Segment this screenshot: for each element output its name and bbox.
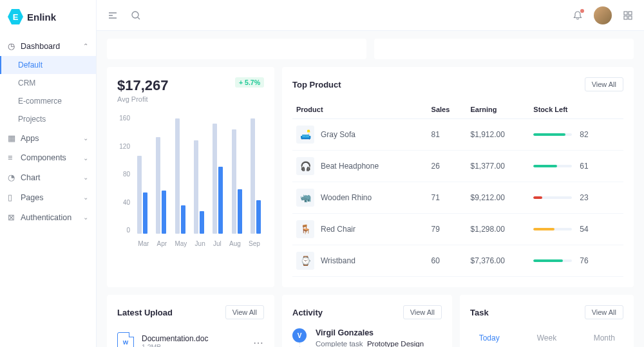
- file-icon: ▯: [8, 192, 17, 202]
- file-item[interactable]: WDocumentation.doc1.2MB⋯: [117, 328, 264, 347]
- chevron-down-icon: ⌄: [83, 214, 88, 221]
- nav-item-components[interactable]: ≡Components⌄: [0, 148, 96, 167]
- notification-bell-icon[interactable]: [572, 10, 583, 21]
- stock-bar: [533, 228, 572, 230]
- nav-label: Apps: [21, 134, 39, 143]
- nav-item-authentication[interactable]: ⊠Authentication⌄: [0, 207, 96, 227]
- sales-cell: 71: [428, 182, 467, 214]
- profit-label: Avg Profit: [117, 95, 169, 103]
- bar: [218, 167, 223, 234]
- task-view-all-button[interactable]: View All: [585, 305, 623, 319]
- product-name: Beat Headphone: [321, 162, 379, 171]
- profit-chart: 16012080400 MarAprMayJunJulAugSep: [117, 115, 264, 247]
- earning-cell: $1,298.00: [467, 214, 530, 245]
- earning-cell: $1,912.00: [467, 119, 530, 151]
- bar: [232, 129, 236, 234]
- stock-value: 61: [580, 162, 588, 171]
- avg-profit-card: $17,267 Avg Profit + 5.7% 16012080400 Ma…: [107, 67, 274, 287]
- sales-cell: 26: [428, 151, 467, 182]
- bar: [213, 124, 217, 234]
- apps-grid-icon[interactable]: [622, 10, 634, 21]
- tab-today[interactable]: Today: [470, 328, 508, 347]
- earning-cell: $9,212.00: [467, 182, 530, 214]
- product-thumb: 🎧: [296, 157, 314, 175]
- bar: [181, 205, 185, 234]
- sales-cell: 81: [428, 119, 467, 151]
- table-row[interactable]: 🛋️Gray Sofa81$1,912.0082: [292, 119, 623, 151]
- upload-title: Latest Upload: [117, 308, 173, 317]
- avatar[interactable]: [594, 6, 612, 24]
- tab-month[interactable]: Month: [585, 328, 623, 347]
- activity-name: Virgil Gonzales: [316, 328, 424, 337]
- grid-icon: ▦: [8, 133, 17, 143]
- file-size: 1.2MB: [142, 343, 245, 347]
- task-card: Task View All TodayWeekMonth Define user…: [460, 295, 634, 347]
- chevron-up-icon: ⌃: [83, 42, 88, 50]
- tab-week[interactable]: Week: [527, 328, 565, 347]
- chevron-down-icon: ⌄: [83, 194, 88, 201]
- top-product-view-all-button[interactable]: View All: [585, 77, 623, 91]
- bar: [156, 137, 160, 234]
- sub-item-e-commerce[interactable]: E-commerce: [0, 92, 96, 110]
- sales-cell: 60: [428, 245, 467, 277]
- chevron-down-icon: ⌄: [83, 135, 88, 142]
- earning-cell: $1,377.00: [467, 151, 530, 182]
- table-row[interactable]: ⌚Wristband60$7,376.0076: [292, 245, 623, 277]
- bar: [256, 200, 261, 234]
- nav-label: Pages: [21, 193, 43, 202]
- product-thumb: 🛋️: [296, 126, 314, 144]
- activity-view-all-button[interactable]: View All: [403, 305, 442, 319]
- stock-bar: [533, 165, 572, 167]
- bar: [200, 211, 204, 234]
- lock-icon: ⊠: [8, 212, 17, 222]
- more-icon[interactable]: ⋯: [253, 337, 264, 348]
- stub-card-2: [374, 39, 634, 59]
- nav-item-pages[interactable]: ▯Pages⌄: [0, 187, 96, 207]
- table-row[interactable]: 🦏Wooden Rhino71$9,212.0023: [292, 182, 623, 214]
- bar: [137, 156, 142, 234]
- menu-toggle-icon[interactable]: [107, 10, 118, 21]
- sub-item-default[interactable]: Default: [0, 56, 96, 74]
- table-row[interactable]: 🎧Beat Headphone26$1,377.0061: [292, 151, 623, 182]
- nav-item-dashboard[interactable]: ◷Dashboard⌃: [0, 36, 96, 56]
- sub-item-projects[interactable]: Projects: [0, 110, 96, 128]
- svg-rect-1: [624, 12, 627, 15]
- product-thumb: ⌚: [296, 252, 314, 270]
- top-product-table: ProductSalesEarningStock Left 🛋️Gray Sof…: [292, 100, 623, 277]
- product-name: Wooden Rhino: [321, 193, 372, 202]
- sales-cell: 79: [428, 214, 467, 245]
- layers-icon: ≡: [8, 153, 17, 162]
- topbar: [97, 0, 644, 31]
- sub-item-crm[interactable]: CRM: [0, 74, 96, 92]
- bar: [238, 189, 242, 234]
- sidebar: E Enlink ◷Dashboard⌃DefaultCRME-commerce…: [0, 0, 97, 347]
- logo[interactable]: E Enlink: [0, 0, 96, 33]
- nav-label: Authentication: [21, 213, 71, 222]
- product-name: Gray Sofa: [321, 130, 355, 139]
- chevron-down-icon: ⌄: [83, 155, 88, 162]
- search-icon[interactable]: [130, 10, 142, 21]
- nav-item-chart[interactable]: ◔Chart⌄: [0, 167, 96, 187]
- nav-label: Components: [21, 153, 66, 162]
- nav-label: Chart: [21, 173, 41, 182]
- bar: [162, 191, 166, 234]
- stock-bar: [533, 133, 572, 136]
- activity-desc: Complete task Prototype Design: [316, 340, 424, 347]
- upload-view-all-button[interactable]: View All: [225, 305, 264, 319]
- stub-card-1: [107, 39, 366, 59]
- table-row[interactable]: 🪑Red Chair79$1,298.0054: [292, 214, 623, 245]
- earning-cell: $7,376.00: [467, 245, 530, 277]
- product-name: Wristband: [321, 256, 355, 265]
- notification-dot: [580, 9, 584, 13]
- pie-icon: ◔: [8, 173, 17, 182]
- bar: [194, 140, 198, 234]
- stock-bar: [533, 196, 572, 199]
- logo-badge: E: [8, 9, 23, 24]
- speed-icon: ◷: [8, 41, 17, 51]
- chevron-down-icon: ⌄: [83, 174, 88, 181]
- nav-item-apps[interactable]: ▦Apps⌄: [0, 128, 96, 148]
- activity-item: VVirgil GonzalesComplete task Prototype …: [292, 328, 442, 347]
- svg-rect-4: [629, 16, 632, 19]
- product-name: Red Chair: [321, 225, 355, 234]
- profit-change-badge: + 5.7%: [235, 77, 264, 88]
